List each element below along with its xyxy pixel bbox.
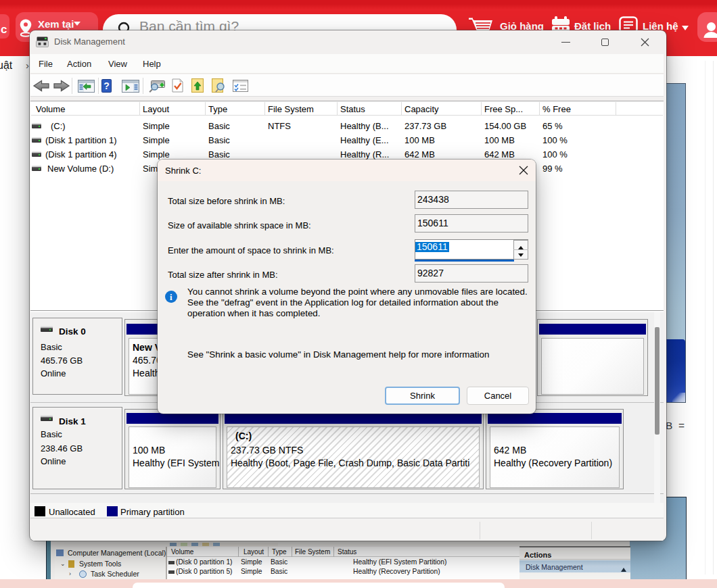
svg-text:?: ? [103,80,110,91]
